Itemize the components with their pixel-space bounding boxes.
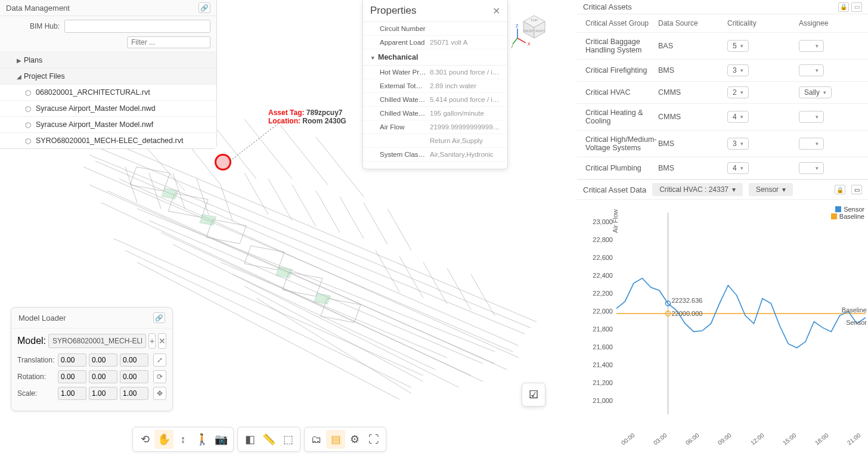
data-management-title: Data Management bbox=[6, 4, 70, 13]
scale-x[interactable] bbox=[58, 387, 86, 400]
assignee-dropdown[interactable]: Sally▾ bbox=[799, 86, 832, 98]
tree-file[interactable]: ⬡Syracuse Airport_Master Model.nwf bbox=[0, 116, 216, 132]
svg-text:RIGHT: RIGHT bbox=[535, 29, 545, 33]
data-management-panel: Data Management 🔗 BIM Hub: ▶Plans ◢Proje… bbox=[0, 0, 217, 149]
asset-selector[interactable]: Critical HVAC : 24337▾ bbox=[652, 183, 743, 196]
viewer-toolbar: ⟲ ✋ ↕ 🚶 📷 ◧ 📏 ⬚ 🗂 ▤ ⚙ ⛶ bbox=[132, 427, 386, 452]
critical-assets-title: Critical Assets bbox=[583, 2, 632, 11]
model-loader-panel: Model Loader 🔗 Model: + ✕ Translation: ⤢… bbox=[11, 307, 173, 411]
svg-text:TOP: TOP bbox=[531, 18, 538, 22]
table-row[interactable]: Critical HVAC CMMS 2▾ Sally▾ bbox=[577, 82, 868, 104]
table-row[interactable]: Critical Heating & Cooling CMMS 4▾ ▾ bbox=[577, 104, 868, 131]
bim-hub-label: BIM Hub: bbox=[6, 22, 60, 30]
collapse-icon[interactable]: ▭ bbox=[851, 185, 862, 194]
view-cube[interactable]: TOP FRONT RIGHT x y z bbox=[512, 2, 553, 52]
svg-text:z: z bbox=[516, 23, 519, 29]
section-tool[interactable]: ◧ bbox=[240, 430, 259, 449]
camera-tool[interactable]: 📷 bbox=[212, 430, 231, 449]
zoom-tool[interactable]: ↕ bbox=[173, 430, 193, 449]
metric-selector[interactable]: Sensor▾ bbox=[749, 183, 793, 196]
walk-tool[interactable]: 🚶 bbox=[193, 430, 212, 449]
svg-line-17 bbox=[517, 38, 526, 43]
tree-file[interactable]: ⬡068020001_ARCHITECTURAL.rvt bbox=[0, 84, 216, 100]
y-tick-labels: 23,00022,80022,60022,40022,20022,00021,8… bbox=[582, 213, 613, 410]
assignee-dropdown[interactable]: ▾ bbox=[799, 64, 824, 76]
target-icon[interactable]: ✥ bbox=[153, 387, 166, 400]
right-panel: Critical Assets 🔒 ▭ Critical Asset Group… bbox=[577, 0, 868, 459]
layers-tool[interactable]: ▤ bbox=[326, 430, 345, 449]
x-tick-labels: 00:0003:0006:0009:0012:0015:0018:0021:00 bbox=[620, 441, 861, 448]
table-row[interactable]: Critical Baggage Handling System BAS 5▾ … bbox=[577, 33, 868, 60]
link-icon[interactable]: 🔗 bbox=[199, 2, 210, 13]
translation-x[interactable] bbox=[58, 353, 86, 367]
orbit-tool[interactable]: ⟲ bbox=[135, 430, 154, 449]
scale-y[interactable] bbox=[89, 387, 117, 400]
criticality-dropdown[interactable]: 4▾ bbox=[727, 111, 749, 123]
svg-rect-6 bbox=[162, 188, 178, 199]
table-row[interactable]: Critical High/Medium-Voltage Systems BMS… bbox=[577, 131, 868, 157]
criticality-dropdown[interactable]: 3▾ bbox=[727, 138, 749, 150]
criticality-dropdown[interactable]: 5▾ bbox=[727, 40, 749, 52]
tree-file[interactable]: ⬡SYRO68020001_MECH-ELEC_detached.rvt bbox=[0, 132, 216, 148]
project-tree: ▶Plans ◢Project Files ⬡068020001_ARCHITE… bbox=[0, 52, 216, 148]
tree-plans[interactable]: ▶Plans bbox=[0, 52, 216, 68]
assignee-dropdown[interactable]: ▾ bbox=[799, 40, 824, 52]
critical-assets-table: Critical Asset Group Data Source Critica… bbox=[577, 14, 868, 179]
rotation-y[interactable] bbox=[89, 370, 117, 383]
cursor-baseline-label: 22000.000 bbox=[671, 310, 702, 317]
assignee-dropdown[interactable]: ▾ bbox=[799, 111, 824, 123]
svg-rect-0 bbox=[130, 167, 170, 191]
assignee-dropdown[interactable]: ▾ bbox=[799, 162, 824, 174]
chart[interactable]: Air Flow Sensor Baseline 23,00022,80022,… bbox=[577, 200, 868, 450]
model-loader-title: Model Loader bbox=[18, 314, 66, 322]
svg-text:x: x bbox=[528, 41, 531, 46]
table-row[interactable]: Critical Firefighting BMS 3▾ ▾ bbox=[577, 60, 868, 82]
properties-title: Properties bbox=[370, 5, 416, 17]
critical-asset-data-title: Critical Asset Data bbox=[583, 185, 646, 194]
assignee-dropdown[interactable]: ▾ bbox=[799, 138, 824, 150]
pan-tool[interactable]: ✋ bbox=[154, 430, 173, 449]
criticality-dropdown[interactable]: 3▾ bbox=[727, 64, 749, 76]
link-icon[interactable]: 🔗 bbox=[153, 312, 165, 323]
tree-file[interactable]: ⬡Syracuse Airport_Master Model.nwd bbox=[0, 100, 216, 116]
explode-tool[interactable]: ⬚ bbox=[278, 430, 297, 449]
remove-model-button[interactable]: ✕ bbox=[158, 333, 166, 349]
model-browser-tool[interactable]: 🗂 bbox=[307, 430, 326, 449]
add-model-button[interactable]: + bbox=[148, 333, 156, 349]
svg-rect-7 bbox=[200, 215, 216, 225]
measure-tool[interactable]: 📏 bbox=[259, 430, 278, 449]
lock-icon[interactable]: 🔒 bbox=[835, 185, 845, 194]
end-label-baseline: Baseline bbox=[842, 306, 867, 314]
scale-z[interactable] bbox=[120, 387, 148, 400]
fullscreen-tool[interactable]: ⛶ bbox=[364, 430, 383, 449]
filter-input[interactable] bbox=[127, 36, 210, 48]
confirm-button[interactable]: ☑ bbox=[522, 383, 545, 407]
rotation-z[interactable] bbox=[120, 370, 148, 383]
close-icon[interactable]: ✕ bbox=[492, 5, 500, 17]
model-name-input[interactable] bbox=[48, 334, 146, 348]
lock-icon[interactable]: 🔒 bbox=[838, 2, 849, 12]
asset-marker[interactable] bbox=[215, 154, 231, 170]
svg-line-19 bbox=[513, 38, 517, 44]
bim-hub-input[interactable] bbox=[64, 20, 210, 33]
criticality-dropdown[interactable]: 2▾ bbox=[727, 86, 749, 98]
translation-z[interactable] bbox=[120, 353, 148, 367]
end-label-sensor: Sensor bbox=[846, 319, 867, 326]
cursor-sensor-label: 22232.636 bbox=[671, 297, 702, 304]
expand-icon[interactable]: ⤢ bbox=[153, 353, 166, 367]
svg-rect-8 bbox=[276, 267, 293, 278]
settings-tool[interactable]: ⚙ bbox=[345, 430, 364, 449]
asset-callout: Asset Tag: 789zpcuy7 Location: Room 2430… bbox=[268, 108, 346, 126]
properties-group-mechanical[interactable]: Mechanical bbox=[363, 49, 507, 66]
svg-text:FRONT: FRONT bbox=[523, 29, 534, 33]
marker-leader-line bbox=[230, 119, 231, 120]
translation-y[interactable] bbox=[89, 353, 117, 367]
properties-panel: Properties ✕ Circuit Number Apparent Loa… bbox=[362, 0, 508, 169]
svg-rect-3 bbox=[244, 246, 284, 270]
criticality-dropdown[interactable]: 4▾ bbox=[727, 162, 749, 174]
table-row[interactable]: Critical Plumbing BMS 4▾ ▾ bbox=[577, 157, 868, 179]
collapse-icon[interactable]: ▭ bbox=[851, 2, 862, 12]
refresh-icon[interactable]: ⟳ bbox=[153, 370, 166, 383]
rotation-x[interactable] bbox=[58, 370, 86, 383]
tree-project-files[interactable]: ◢Project Files bbox=[0, 68, 216, 84]
